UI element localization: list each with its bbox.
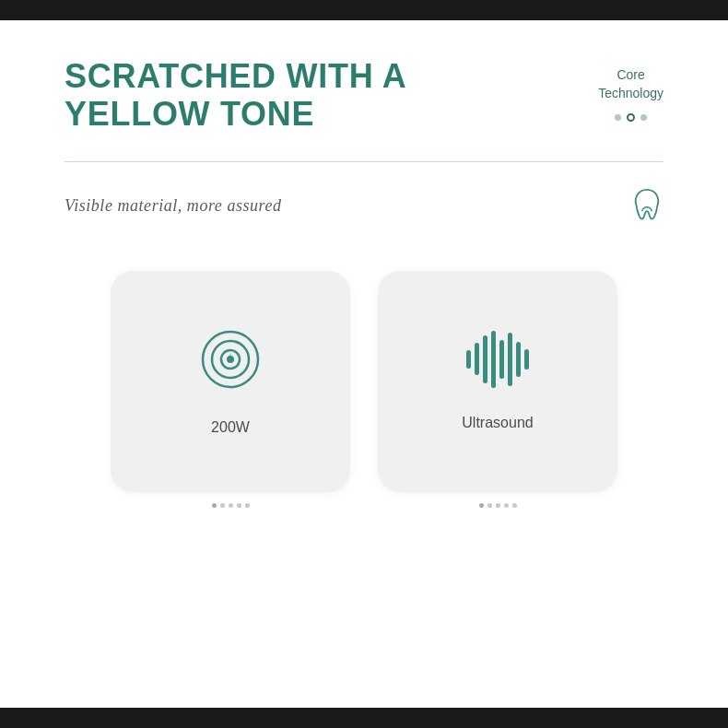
- wave-bar-8: [524, 349, 529, 370]
- card-dot-1: [212, 503, 217, 508]
- dot-2-active[interactable]: [627, 113, 635, 122]
- tooth-icon: [630, 188, 663, 225]
- wave-bar-7: [516, 342, 521, 377]
- card-dot-4: [237, 503, 241, 508]
- header-section: SCRATCHED WITH A YELLOW TONE Core Techno…: [65, 57, 663, 134]
- right-header: Core Technology: [598, 57, 663, 122]
- screen: SCRATCHED WITH A YELLOW TONE Core Techno…: [0, 0, 728, 728]
- card-ultrasound-dot-3: [496, 503, 500, 508]
- card-ultrasound-label: Ultrasound: [462, 415, 533, 431]
- top-bar: [0, 0, 728, 20]
- bottom-bar: [0, 708, 728, 728]
- card-200w[interactable]: 200W: [111, 271, 350, 492]
- card-dot-2: [220, 503, 225, 508]
- card-ultrasound-wrapper: Ultrasound: [378, 271, 617, 508]
- subtitle-row: Visible material, more assured: [65, 188, 663, 225]
- target-icon: [198, 327, 263, 392]
- wave-bar-1: [466, 350, 471, 369]
- card-dot-3: [229, 503, 233, 508]
- wave-bar-3: [483, 335, 487, 383]
- page-title: SCRATCHED WITH A YELLOW TONE: [65, 57, 415, 134]
- dot-3[interactable]: [640, 114, 647, 121]
- dots-indicator: [615, 113, 647, 122]
- cards-row: 200W: [65, 271, 663, 508]
- card-200w-wrapper: 200W: [111, 271, 350, 508]
- card-200w-dots: [212, 503, 250, 508]
- divider: [65, 161, 663, 162]
- wave-bar-4: [491, 331, 496, 388]
- card-200w-label: 200W: [211, 419, 250, 436]
- wave-bar-2: [475, 343, 479, 375]
- card-ultrasound-dot-1: [479, 503, 484, 508]
- content-area: SCRATCHED WITH A YELLOW TONE Core Techno…: [0, 20, 728, 708]
- waveform-icon: [466, 332, 529, 387]
- waveform-bars: [466, 332, 529, 387]
- wave-bar-6: [508, 333, 512, 386]
- subtitle-text: Visible material, more assured: [65, 196, 282, 216]
- card-ultrasound-dot-5: [512, 503, 517, 508]
- card-ultrasound-dots: [479, 503, 517, 508]
- core-technology-label: Core Technology: [598, 66, 663, 102]
- card-dot-5: [245, 503, 250, 508]
- card-ultrasound-dot-4: [504, 503, 509, 508]
- wave-bar-5: [499, 340, 504, 379]
- dot-1[interactable]: [615, 114, 621, 121]
- card-ultrasound[interactable]: Ultrasound: [378, 271, 617, 492]
- card-ultrasound-dot-2: [487, 503, 492, 508]
